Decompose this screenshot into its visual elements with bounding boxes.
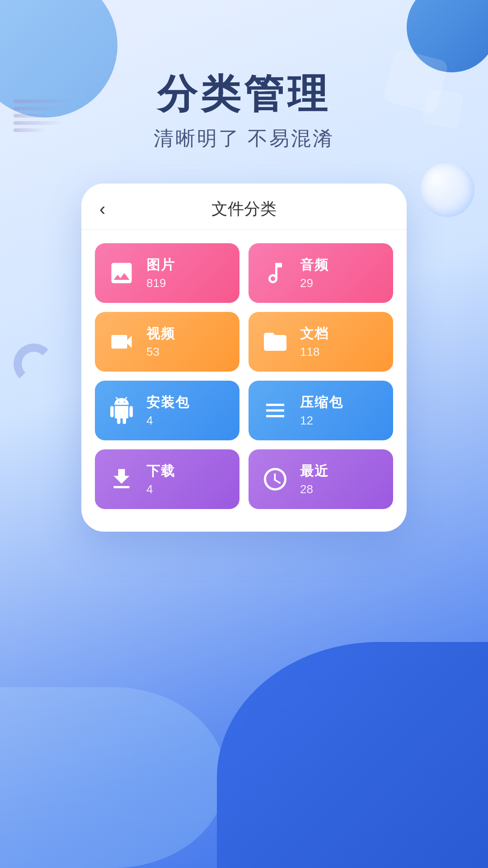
card-name-audio: 音频 (300, 256, 329, 274)
card-info-download: 下载 4 (146, 462, 175, 496)
video-icon (106, 326, 137, 358)
image-icon (106, 257, 137, 289)
header-section: 分类管理 清晰明了 不易混淆 (0, 0, 488, 152)
back-button[interactable]: ‹ (99, 199, 122, 219)
card-info-recent: 最近 28 (300, 462, 329, 496)
card-info-images: 图片 819 (146, 256, 175, 290)
card-info-video: 视频 53 (146, 325, 175, 359)
category-card-download[interactable]: 下载 4 (95, 449, 239, 509)
deco-c-left (14, 344, 54, 384)
card-info-apk: 安装包 4 (146, 393, 190, 428)
recent-icon (259, 463, 291, 495)
card-info-docs: 文档 118 (300, 325, 329, 359)
category-grid: 图片 819 音频 29 视频 (81, 230, 407, 532)
phone-header: ‹ 文件分类 (81, 184, 407, 230)
card-name-download: 下载 (146, 462, 175, 481)
deco-blob-bottom-right (217, 642, 488, 868)
phone-mockup: ‹ 文件分类 图片 819 音频 2 (81, 184, 407, 532)
card-count-video: 53 (146, 345, 175, 359)
card-count-audio: 29 (300, 276, 329, 290)
category-card-video[interactable]: 视频 53 (95, 312, 239, 372)
category-card-docs[interactable]: 文档 118 (249, 312, 393, 372)
card-info-audio: 音频 29 (300, 256, 329, 290)
card-name-docs: 文档 (300, 325, 329, 343)
card-name-recent: 最近 (300, 462, 329, 481)
category-card-audio[interactable]: 音频 29 (249, 243, 393, 303)
category-card-apk[interactable]: 安装包 4 (95, 381, 239, 440)
category-card-zip[interactable]: 压缩包 12 (249, 381, 393, 440)
card-count-recent: 28 (300, 482, 329, 496)
main-title: 分类管理 (0, 72, 488, 116)
card-name-apk: 安装包 (146, 393, 190, 412)
card-count-docs: 118 (300, 345, 329, 359)
zip-icon (259, 395, 291, 426)
card-name-video: 视频 (146, 325, 175, 343)
category-card-recent[interactable]: 最近 28 (249, 449, 393, 509)
android-icon (106, 395, 137, 426)
phone-screen-title: 文件分类 (122, 198, 366, 220)
card-count-zip: 12 (300, 414, 343, 428)
card-count-images: 819 (146, 276, 175, 290)
category-card-images[interactable]: 图片 819 (95, 243, 239, 303)
deco-blob-bottom-left (0, 687, 226, 868)
sub-title: 清晰明了 不易混淆 (0, 125, 488, 152)
card-name-images: 图片 (146, 256, 175, 274)
deco-circle-right (420, 163, 474, 217)
card-info-zip: 压缩包 12 (300, 393, 343, 428)
audio-icon (259, 257, 291, 289)
card-name-zip: 压缩包 (300, 393, 343, 412)
card-count-apk: 4 (146, 414, 190, 428)
download-icon (106, 463, 137, 495)
card-count-download: 4 (146, 482, 175, 496)
folder-icon (259, 326, 291, 358)
